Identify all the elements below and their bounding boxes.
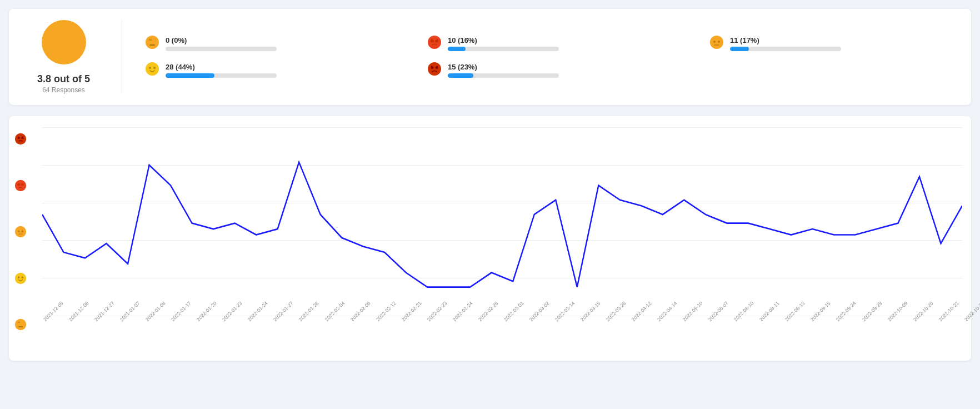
rating-emoji-slightly-happy — [144, 62, 160, 79]
rating-row-slightly-happy: 28 (44%) — [144, 62, 393, 79]
svg-point-7 — [428, 36, 441, 49]
svg-point-13 — [713, 41, 716, 43]
rating-row-dizzy: xx0 (0%) — [144, 35, 393, 53]
svg-point-38 — [15, 272, 26, 283]
progress-bar-fill-angry — [448, 47, 466, 51]
y-label-2 — [14, 226, 27, 240]
svg-point-2 — [68, 35, 73, 41]
rating-emoji-angry — [427, 35, 442, 53]
progress-bar-bg-slightly-happy — [166, 73, 277, 78]
progress-bar-bg-neutral-orange — [730, 47, 841, 51]
svg-point-12 — [710, 36, 723, 49]
chart-section: xx 2021-12-052021-12-062021-12-272021-01… — [9, 116, 971, 361]
progress-bar-bg-dizzy — [166, 47, 277, 51]
progress-bar-fill-mad — [448, 73, 473, 78]
chart-y-axis: xx — [14, 127, 27, 338]
rating-label-slightly-happy: 28 (44%) — [166, 63, 393, 71]
svg-point-1 — [54, 35, 60, 41]
rating-row-neutral-orange: 11 (17%) — [709, 35, 958, 53]
rating-row-mad: 15 (23%) — [427, 62, 676, 79]
svg-point-34 — [15, 226, 26, 237]
progress-bar-bg-angry — [448, 47, 559, 51]
svg-point-41 — [15, 319, 26, 330]
svg-point-18 — [153, 67, 156, 69]
rating-emoji-neutral-orange — [709, 35, 724, 53]
progress-bar-bg-mad — [448, 73, 559, 78]
svg-point-14 — [718, 41, 720, 43]
score-responses: 64 Responses — [42, 86, 85, 94]
chart-svg-container — [42, 127, 962, 316]
progress-bar-fill-neutral-orange — [730, 47, 749, 51]
svg-point-29 — [15, 179, 26, 191]
y-label-1 — [14, 179, 27, 194]
chart-area: xx 2021-12-052021-12-062021-12-272021-01… — [42, 127, 962, 338]
svg-point-0 — [43, 21, 85, 63]
svg-point-4 — [146, 36, 159, 49]
rating-row-angry: 10 (16%) — [427, 35, 676, 53]
x-label-36: 2022-10-26 — [963, 300, 980, 322]
x-axis-labels: 2021-12-052021-12-062021-12-272021-01-07… — [42, 316, 962, 338]
y-label-3 — [14, 272, 27, 287]
rating-label-neutral-orange: 11 (17%) — [730, 36, 958, 44]
line-chart-svg — [42, 127, 962, 316]
svg-point-16 — [146, 62, 159, 76]
rating-label-mad: 15 (23%) — [448, 63, 676, 71]
svg-point-36 — [22, 230, 23, 232]
progress-bar-fill-slightly-happy — [166, 73, 214, 78]
rating-label-angry: 10 (16%) — [448, 36, 676, 44]
svg-point-24 — [15, 133, 26, 144]
svg-point-39 — [18, 276, 19, 278]
svg-point-40 — [22, 276, 23, 278]
line-chart-path — [42, 162, 962, 287]
rating-emoji-dizzy: xx — [144, 35, 160, 53]
svg-point-17 — [149, 67, 151, 69]
top-stats-section: 3.8 out of 5 64 Responses xx0 (0%)10 (16… — [9, 9, 971, 105]
svg-text:xx: xx — [149, 38, 152, 41]
score-card: 3.8 out of 5 64 Responses — [22, 20, 122, 94]
svg-point-19 — [428, 62, 441, 76]
score-value: 3.8 out of 5 — [37, 73, 90, 85]
score-emoji — [42, 20, 86, 64]
rating-label-dizzy: 0 (0%) — [166, 36, 393, 44]
y-label-0 — [14, 133, 27, 147]
ratings-grid: xx0 (0%)10 (16%)11 (17%)28 (44%)15 (23%) — [144, 35, 958, 79]
rating-emoji-mad — [427, 62, 442, 79]
svg-point-35 — [18, 230, 19, 232]
y-label-4: xx — [14, 318, 27, 333]
